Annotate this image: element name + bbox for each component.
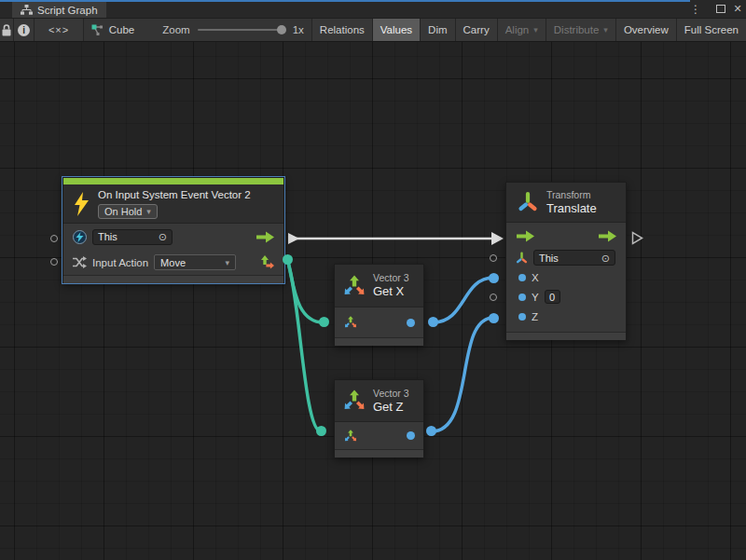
lock-button[interactable] bbox=[0, 19, 14, 41]
event-this-input-port[interactable] bbox=[50, 235, 58, 242]
lightning-bolt-icon bbox=[74, 192, 90, 216]
event-node-color-bar bbox=[63, 178, 283, 184]
zoom-value: 1x bbox=[293, 24, 304, 35]
tab-bar: Script Graph ⋮ ✕ bbox=[0, 0, 746, 18]
event-vector2-output-port[interactable] bbox=[283, 254, 293, 265]
getx-output-port[interactable] bbox=[407, 319, 415, 327]
transform-category: Transform bbox=[546, 189, 597, 201]
zoom-label: Zoom bbox=[162, 24, 189, 35]
values-button[interactable]: Values bbox=[373, 19, 421, 41]
maximize-icon bbox=[716, 5, 725, 13]
input-action-icon bbox=[73, 256, 87, 268]
vector3-port-icon[interactable] bbox=[344, 316, 357, 329]
chevron-down-icon: ▾ bbox=[146, 207, 151, 216]
transform-y-label: Y bbox=[532, 292, 539, 303]
input-system-icon bbox=[73, 230, 87, 244]
align-button[interactable]: Align ▾ bbox=[498, 19, 546, 41]
vector3-port-icon[interactable] bbox=[344, 430, 357, 443]
lock-icon bbox=[0, 23, 13, 37]
relations-button[interactable]: Relations bbox=[312, 19, 373, 41]
node-vector3-get-x[interactable]: Vector 3 Get X bbox=[334, 264, 424, 346]
node-vector3-get-z[interactable]: Vector 3 Get Z bbox=[334, 379, 424, 458]
node-transform-translate[interactable]: Transform Translate bbox=[505, 182, 627, 340]
getx-footer bbox=[335, 337, 423, 346]
getx-input-endpoint[interactable] bbox=[319, 317, 329, 327]
full-screen-button[interactable]: Full Screen bbox=[677, 19, 746, 41]
input-action-label: Input Action bbox=[92, 257, 148, 268]
transform-y-outer-port[interactable] bbox=[490, 294, 497, 301]
script-graph-asset-icon bbox=[91, 24, 104, 36]
transform-port-icon[interactable] bbox=[516, 252, 528, 265]
node-on-input-system-event[interactable]: On Input System Event Vector 2 On Hold ▾… bbox=[62, 177, 284, 283]
transform-z-port[interactable] bbox=[518, 313, 526, 321]
graph-asset-name: Cube bbox=[109, 24, 135, 35]
toolbar-main-section: Cube Zoom 1x bbox=[84, 19, 312, 41]
target-picker-icon[interactable]: ⊙ bbox=[601, 253, 610, 263]
getz-input-endpoint[interactable] bbox=[316, 426, 326, 436]
event-this-field[interactable]: This ⊙ bbox=[92, 229, 173, 245]
transform-y-port[interactable] bbox=[518, 294, 526, 301]
code-icon: <×> bbox=[48, 24, 69, 35]
overview-button[interactable]: Overview bbox=[616, 19, 677, 41]
transform-flow-out-port[interactable] bbox=[631, 231, 643, 245]
script-graph-window: On Input System Event Vector 2 On Hold ▾… bbox=[0, 0, 746, 560]
transform-footer bbox=[506, 332, 626, 340]
window-menu-button[interactable]: ⋮ bbox=[688, 0, 703, 18]
inspect-button[interactable]: i bbox=[14, 19, 35, 41]
transform-this-field[interactable]: This ⊙ bbox=[533, 250, 615, 266]
event-node-title: On Input System Event Vector 2 bbox=[98, 188, 251, 201]
event-node-footer bbox=[63, 275, 283, 283]
window-maximize-button[interactable] bbox=[712, 0, 729, 18]
graph-hierarchy-icon bbox=[21, 5, 33, 15]
getz-name: Get Z bbox=[373, 400, 409, 415]
transform-name: Translate bbox=[546, 201, 597, 216]
flow-input-arrow-icon[interactable] bbox=[516, 230, 535, 242]
getz-output-port[interactable] bbox=[407, 431, 415, 440]
flow-output-arrow-icon[interactable] bbox=[598, 230, 617, 242]
getx-name: Get X bbox=[373, 284, 409, 299]
chevron-down-icon: ▾ bbox=[533, 25, 538, 34]
distribute-button[interactable]: Distribute ▾ bbox=[546, 19, 616, 41]
align-label: Align bbox=[505, 24, 530, 35]
window-close-button[interactable]: ✕ bbox=[730, 0, 745, 18]
zoom-slider-handle[interactable] bbox=[277, 25, 286, 34]
graph-toolbar: i <×> Cube Zoom 1x Relations Values Dim … bbox=[0, 18, 746, 42]
getx-output-endpoint[interactable] bbox=[428, 317, 438, 327]
transform-z-endpoint[interactable] bbox=[489, 313, 499, 323]
chevron-down-icon: ▾ bbox=[603, 25, 608, 34]
info-icon: i bbox=[18, 24, 30, 36]
input-action-dropdown[interactable]: Move ▾ bbox=[154, 254, 236, 270]
view-code-button[interactable]: <×> bbox=[35, 19, 83, 41]
transform-icon bbox=[518, 191, 538, 213]
flow-output-arrow-icon[interactable] bbox=[256, 231, 275, 243]
event-mode-dropdown[interactable]: On Hold ▾ bbox=[98, 204, 158, 219]
transform-x-port[interactable] bbox=[518, 274, 526, 281]
event-mode-value: On Hold bbox=[104, 206, 142, 217]
transform-this-outer-port[interactable] bbox=[490, 254, 497, 262]
zoom-slider[interactable] bbox=[198, 29, 283, 31]
tab-script-graph[interactable]: Script Graph bbox=[12, 2, 106, 18]
chevron-down-icon: ▾ bbox=[226, 258, 230, 267]
getz-output-endpoint[interactable] bbox=[426, 426, 436, 436]
getx-category: Vector 3 bbox=[373, 272, 409, 284]
tab-label: Script Graph bbox=[37, 5, 98, 16]
transform-y-value: 0 bbox=[549, 292, 555, 303]
vector2-output-icon[interactable] bbox=[259, 255, 275, 270]
vector3-icon bbox=[343, 275, 366, 297]
transform-this-value: This bbox=[539, 253, 559, 264]
target-picker-icon[interactable]: ⊙ bbox=[159, 232, 167, 241]
dim-button[interactable]: Dim bbox=[421, 19, 455, 41]
vector3-icon bbox=[343, 389, 366, 412]
getz-category: Vector 3 bbox=[373, 388, 409, 400]
transform-z-label: Z bbox=[532, 311, 538, 322]
event-action-input-port[interactable] bbox=[50, 258, 58, 266]
input-action-value: Move bbox=[160, 257, 186, 268]
event-this-value: This bbox=[98, 231, 117, 242]
getz-footer bbox=[335, 449, 423, 458]
carry-button[interactable]: Carry bbox=[456, 19, 498, 41]
transform-y-value-field[interactable]: 0 bbox=[545, 290, 560, 304]
transform-x-label: X bbox=[532, 272, 539, 283]
transform-x-endpoint[interactable] bbox=[489, 273, 499, 283]
distribute-label: Distribute bbox=[554, 24, 600, 35]
